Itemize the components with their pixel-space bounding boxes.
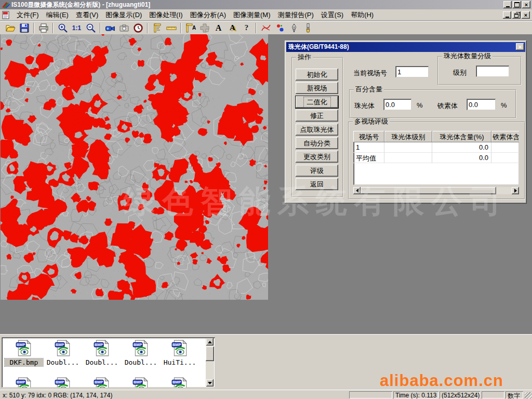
status-panel-empty2: [482, 391, 504, 398]
op-button-3[interactable]: 二值化: [296, 96, 338, 108]
resize-grip[interactable]: [525, 392, 532, 399]
scrollbar-thumb[interactable]: [206, 347, 214, 361]
menu-item-3[interactable]: 查看(V): [72, 9, 102, 21]
timer-icon[interactable]: [131, 22, 145, 34]
file-item-3[interactable]: BMPDoubl...: [83, 339, 121, 366]
minimize-button[interactable]: [503, 1, 512, 8]
save-icon[interactable]: [17, 22, 31, 34]
bmp-file-icon: BMP: [5, 339, 43, 358]
scroll-down-button[interactable]: [206, 379, 214, 387]
status-time: Time (s): 0.113: [393, 391, 438, 398]
scroll-up-button[interactable]: [206, 338, 214, 345]
particles-icon[interactable]: [273, 22, 287, 34]
table-header-1[interactable]: 视场号: [353, 131, 384, 142]
menu-item-2[interactable]: 编辑(E): [43, 9, 72, 21]
op-button-label: 二值化: [303, 97, 331, 108]
close-button[interactable]: ×: [522, 1, 530, 8]
dialog-close-button[interactable]: ×: [516, 43, 524, 50]
file-item-1[interactable]: BMPDKF.bmp: [5, 339, 43, 366]
bmp-file-icon: BMP: [83, 339, 121, 358]
menu-item-10[interactable]: 帮助(H): [347, 9, 377, 21]
ruler-icon[interactable]: [164, 22, 178, 34]
help-icon[interactable]: ?: [240, 22, 254, 34]
table-horizontal-scrollbar[interactable]: [353, 187, 519, 194]
dialog-title-bar[interactable]: 珠光体(GB/T9441-88) ×: [286, 42, 525, 52]
table-row-2[interactable]: 平均值0.0: [353, 153, 519, 163]
op-button-4[interactable]: 修正: [296, 110, 338, 122]
table-header-2[interactable]: 珠光体级别: [384, 131, 432, 142]
grade-input[interactable]: [476, 65, 509, 77]
op-button-6[interactable]: 自动分类: [296, 137, 338, 149]
child-restore-button[interactable]: [512, 11, 521, 19]
menu-item-7[interactable]: 图像测量(M): [230, 9, 274, 21]
scrollbar-thumb[interactable]: [361, 187, 496, 194]
file-item-row2-1[interactable]: BMP: [5, 377, 43, 388]
menu-item-5[interactable]: 图像处理(I): [145, 9, 186, 21]
capture-icon[interactable]: [117, 22, 131, 34]
file-list-scrollbar[interactable]: [206, 338, 214, 387]
text-icon[interactable]: A: [211, 22, 225, 34]
op-button-8[interactable]: 评级: [296, 165, 338, 177]
op-button-label: 修正: [310, 111, 324, 121]
percent-group: 百分含量 珠光体 % 铁素体 %: [349, 89, 516, 118]
current-field-label: 当前视场号: [353, 69, 387, 78]
child-close-button[interactable]: ×: [522, 11, 530, 19]
status-mode: 数字: [506, 391, 523, 398]
curve-icon[interactable]: [259, 22, 273, 34]
video-camera-icon[interactable]: [103, 22, 117, 34]
menu-item-4[interactable]: 图像显示(D): [102, 9, 145, 21]
file-item-row2-4[interactable]: BMP: [122, 377, 160, 388]
actual-size-icon[interactable]: 1:1: [70, 22, 84, 34]
file-item-row2-3[interactable]: BMP: [83, 377, 121, 388]
table-header-4[interactable]: 铁素体含量(%): [491, 131, 519, 142]
toolbar-separator: [33, 23, 34, 33]
pen-icon[interactable]: [287, 22, 301, 34]
zoom-out-icon[interactable]: [84, 22, 98, 34]
menu-item-8[interactable]: 测量报告(P): [274, 9, 317, 21]
menu-item-6[interactable]: 图像分析(A): [187, 9, 230, 21]
svg-text:BMP: BMP: [172, 380, 181, 384]
open-file-icon[interactable]: [3, 22, 17, 34]
micrograph-image[interactable]: [1, 34, 268, 300]
child-minimize-button[interactable]: [503, 11, 511, 19]
pearlite-percent-input[interactable]: [383, 99, 411, 110]
bmp-file-icon: BMP: [122, 339, 160, 358]
file-item-row2-2[interactable]: BMP: [44, 377, 82, 388]
maximize-button[interactable]: [513, 1, 521, 8]
operations-group-label: 操作: [296, 54, 313, 61]
table-row-1[interactable]: 10.0: [353, 142, 519, 153]
op-button-5[interactable]: 点取珠光体: [296, 124, 338, 136]
zoom-in-icon[interactable]: [56, 22, 70, 34]
current-field-input[interactable]: [395, 66, 429, 77]
table-header-3[interactable]: 珠光体含量(%): [432, 131, 491, 142]
window-title: IS100显微摄像系统(金相分析版) - [zhuguangti01]: [11, 1, 150, 9]
menu-item-1[interactable]: 文件(F): [13, 9, 43, 21]
op-button-1[interactable]: 初始化: [296, 69, 338, 81]
rating-table[interactable]: 视场号珠光体级别珠光体含量(%)铁素体含量(%)10.0平均值0.0: [353, 131, 519, 185]
file-name: Doubl...: [83, 358, 121, 366]
file-item-row2-5[interactable]: BMP: [161, 377, 199, 388]
file-item-4[interactable]: BMPDoubl...: [122, 339, 160, 366]
pearlite-label: 珠光体: [354, 101, 375, 111]
svg-text:BMP: BMP: [134, 380, 142, 384]
op-button-7[interactable]: 更改类别: [296, 151, 338, 163]
annotate-icon[interactable]: A: [225, 22, 240, 34]
menu-item-9[interactable]: 设置(S): [317, 9, 347, 21]
document-icon[interactable]: [2, 11, 11, 19]
op-button-9[interactable]: 返回: [296, 178, 338, 190]
measure-label-icon[interactable]: A: [183, 22, 197, 34]
pearlite-dialog: 珠光体(GB/T9441-88) × 操作 初始化新视场二值化修正点取珠光体自动…: [285, 41, 527, 204]
op-button-2[interactable]: 新视场: [296, 82, 338, 94]
caliper-icon[interactable]: [150, 22, 164, 34]
scroll-right-button[interactable]: [512, 187, 519, 194]
print-icon[interactable]: [36, 22, 50, 34]
file-item-5[interactable]: BMPHuiTi...: [161, 339, 199, 366]
file-item-2[interactable]: BMPDoubl...: [44, 339, 82, 366]
toolbar-separator: [52, 23, 54, 33]
brush-icon[interactable]: [301, 22, 315, 34]
grade-field-label: 级别: [453, 68, 467, 77]
ferrite-percent-input[interactable]: [467, 99, 496, 110]
scroll-left-button[interactable]: [353, 187, 361, 194]
op-button-label: 评级: [310, 166, 324, 176]
grid-cross-icon[interactable]: [197, 22, 211, 34]
